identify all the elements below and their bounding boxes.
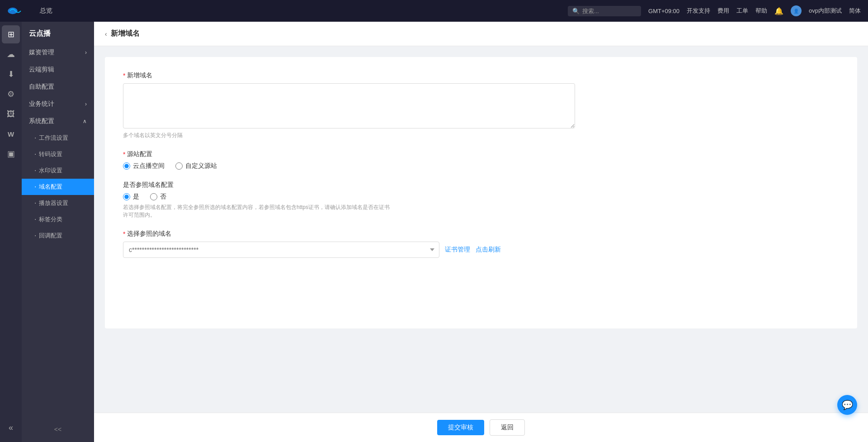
sidebar-item-system[interactable]: 系统配置 ∧ bbox=[22, 113, 94, 130]
search-icon: 🔍 bbox=[572, 8, 580, 14]
logo-icon bbox=[7, 5, 24, 17]
refer-group: 是否参照域名配置 是 否 若选择参照域名配置，将完全参照所选的域名配置内容，若参… bbox=[123, 181, 839, 219]
sidebar-sub-label-domain: 域名配置 bbox=[39, 183, 62, 191]
refer-label-yes: 是 bbox=[133, 193, 139, 201]
submit-button[interactable]: 提交审核 bbox=[437, 420, 484, 435]
sidebar-sub-watermark[interactable]: 水印设置 bbox=[22, 162, 94, 179]
origin-radio-group: 云点播空间 自定义源站 bbox=[123, 162, 839, 170]
work-order[interactable]: 工单 bbox=[736, 7, 748, 15]
refer-radio-group: 是 否 bbox=[123, 193, 839, 201]
select-row: c*************************** 证书管理 点击刷新 bbox=[123, 242, 839, 258]
refer-radio-yes[interactable] bbox=[123, 193, 130, 200]
sidebar-sub-transcode[interactable]: 转码设置 bbox=[22, 146, 94, 162]
required-mark: * bbox=[123, 72, 125, 79]
top-nav: 总览 🔍 GMT+09:00 开发支持 费用 工单 帮助 🔔 👤 ovp内部测试… bbox=[0, 0, 868, 22]
collapse-icon: << bbox=[54, 426, 61, 433]
icon-sidebar: ⊞ ☁ ⬇ ⚙ 🖼 W ▣ « bbox=[0, 22, 22, 442]
sidebar-item-label-self-config: 自助配置 bbox=[29, 83, 54, 91]
required-mark-origin: * bbox=[123, 151, 125, 158]
sidebar-item-media[interactable]: 媒资管理 › bbox=[22, 44, 94, 61]
sidebar-sub-domain[interactable]: 域名配置 bbox=[22, 179, 94, 195]
refer-domain-select[interactable]: c*************************** bbox=[123, 242, 439, 258]
refer-option-yes[interactable]: 是 bbox=[123, 193, 139, 201]
chevron-right-icon: › bbox=[85, 49, 87, 56]
refer-label-no: 否 bbox=[160, 193, 166, 201]
refer-warning: 若选择参照域名配置，将完全参照所选的域名配置内容，若参照域名包含https证书，… bbox=[123, 204, 394, 219]
nav-overview[interactable]: 总览 bbox=[34, 0, 58, 22]
sidebar-sub-label-transcode: 转码设置 bbox=[39, 150, 62, 158]
refer-domain-group: * 选择参照的域名 c*************************** 证… bbox=[123, 230, 839, 258]
sidebar-sub-label-callback: 回调配置 bbox=[39, 232, 62, 240]
sidebar-icon-grid[interactable]: ⊞ bbox=[2, 25, 20, 43]
sidebar-item-label-business: 业务统计 bbox=[29, 100, 54, 108]
sidebar-icon-monitor[interactable]: ▣ bbox=[2, 145, 20, 163]
avatar-icon: 👤 bbox=[793, 9, 799, 14]
cancel-button[interactable]: 返回 bbox=[490, 419, 525, 436]
back-button[interactable]: ‹ bbox=[105, 30, 107, 38]
sidebar-sub-player[interactable]: 播放器设置 bbox=[22, 195, 94, 211]
domain-name-hint: 多个域名以英文分号分隔 bbox=[123, 132, 839, 139]
chevron-right-icon-business: › bbox=[85, 101, 87, 107]
sidebar-item-label-cloud-edit: 云端剪辑 bbox=[29, 66, 54, 74]
svg-point-0 bbox=[8, 8, 18, 14]
origin-option-custom[interactable]: 自定义源站 bbox=[175, 162, 217, 170]
origin-label: * 源站配置 bbox=[123, 150, 839, 158]
sidebar-icon-cloud-up[interactable]: ☁ bbox=[2, 45, 20, 63]
refer-domain-label: * 选择参照的域名 bbox=[123, 230, 839, 238]
search-input[interactable] bbox=[582, 8, 637, 14]
sidebar-sub-workflow[interactable]: 工作流设置 bbox=[22, 130, 94, 146]
bell-icon[interactable]: 🔔 bbox=[774, 7, 783, 15]
refresh-link[interactable]: 点击刷新 bbox=[476, 246, 501, 254]
sidebar-sub-label-workflow: 工作流设置 bbox=[39, 134, 68, 142]
form-card: * 新增域名 多个域名以英文分号分隔 * 源站配置 云点播 bbox=[105, 57, 857, 328]
sidebar-collapse-icon[interactable]: « bbox=[2, 418, 20, 437]
refer-radio-no[interactable] bbox=[150, 193, 157, 200]
domain-name-input[interactable] bbox=[123, 83, 575, 128]
icon-sidebar-bottom: « bbox=[2, 418, 20, 437]
help[interactable]: 帮助 bbox=[755, 7, 767, 15]
top-nav-right: 🔍 GMT+09:00 开发支持 费用 工单 帮助 🔔 👤 ovp内部测试 简体 bbox=[568, 5, 861, 16]
sidebar-sub-tag[interactable]: 标签分类 bbox=[22, 211, 94, 228]
sidebar-item-label-system: 系统配置 bbox=[29, 117, 54, 125]
origin-option-cloud[interactable]: 云点播空间 bbox=[123, 162, 165, 170]
main-layout: ⊞ ☁ ⬇ ⚙ 🖼 W ▣ « 云点播 媒资管理 › 云端剪辑 自助配置 业务统… bbox=[0, 22, 868, 442]
fee[interactable]: 费用 bbox=[717, 7, 729, 15]
origin-radio-cloud[interactable] bbox=[123, 162, 130, 170]
sidebar-item-self-config[interactable]: 自助配置 bbox=[22, 78, 94, 95]
page-title: 新增域名 bbox=[111, 29, 140, 38]
domain-name-label: * 新增域名 bbox=[123, 71, 839, 80]
form-footer: 提交审核 返回 bbox=[94, 413, 868, 442]
float-button[interactable]: 💬 bbox=[837, 395, 857, 415]
page-header: ‹ 新增域名 bbox=[94, 22, 868, 46]
chevron-down-icon-system: ∧ bbox=[83, 118, 87, 124]
origin-radio-custom[interactable] bbox=[175, 162, 183, 170]
sidebar-icon-cloud-down[interactable]: ⬇ bbox=[2, 65, 20, 83]
sidebar-item-business[interactable]: 业务统计 › bbox=[22, 95, 94, 113]
cert-manage-link[interactable]: 证书管理 bbox=[445, 246, 470, 254]
username[interactable]: ovp内部测试 bbox=[809, 7, 842, 15]
avatar[interactable]: 👤 bbox=[791, 5, 802, 16]
logo[interactable] bbox=[7, 5, 24, 17]
sidebar-sub-callback[interactable]: 回调配置 bbox=[22, 228, 94, 244]
domain-name-group: * 新增域名 多个域名以英文分号分隔 bbox=[123, 71, 839, 139]
origin-group: * 源站配置 云点播空间 自定义源站 bbox=[123, 150, 839, 170]
sidebar-sub-label-player: 播放器设置 bbox=[39, 199, 68, 207]
sidebar-icon-w[interactable]: W bbox=[2, 125, 20, 143]
refer-option-no[interactable]: 否 bbox=[150, 193, 166, 201]
sidebar-icon-image[interactable]: 🖼 bbox=[2, 105, 20, 123]
sidebar-sub-label-tag: 标签分类 bbox=[39, 215, 62, 223]
form-container: * 新增域名 多个域名以英文分号分隔 * 源站配置 云点播 bbox=[94, 46, 868, 413]
sidebar-title: 云点播 bbox=[22, 22, 94, 44]
language[interactable]: 简体 bbox=[849, 7, 861, 15]
origin-label-custom: 自定义源站 bbox=[185, 162, 217, 170]
search-bar[interactable]: 🔍 bbox=[568, 6, 641, 16]
sidebar-icon-settings[interactable]: ⚙ bbox=[2, 85, 20, 103]
chat-icon: 💬 bbox=[842, 399, 853, 410]
required-mark-refer: * bbox=[123, 230, 125, 238]
dev-support[interactable]: 开发支持 bbox=[687, 7, 710, 15]
content-area: ‹ 新增域名 * 新增域名 多个域名以英文分号分隔 * bbox=[94, 22, 868, 442]
sidebar-collapse-btn[interactable]: << bbox=[22, 422, 94, 437]
sidebar-item-cloud-edit[interactable]: 云端剪辑 bbox=[22, 61, 94, 78]
origin-label-cloud: 云点播空间 bbox=[133, 162, 165, 170]
timezone: GMT+09:00 bbox=[648, 8, 679, 14]
